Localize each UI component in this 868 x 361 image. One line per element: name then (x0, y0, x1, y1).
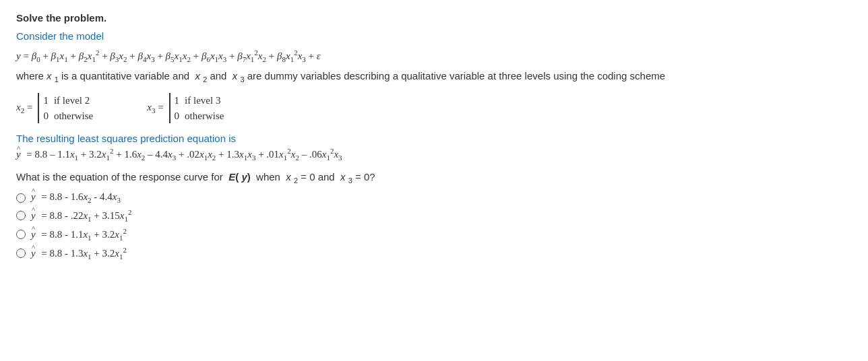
option-b-text: y^ = 8.8 - .22x1 + 3.15x12 (31, 208, 131, 223)
x3-val1: 1 (175, 93, 180, 108)
radio-d[interactable] (16, 249, 26, 258)
x2-cond1: if level 2 (54, 93, 90, 108)
option-a[interactable]: y^ = 8.8 - 1.6x2 - 4.4x3 (16, 191, 852, 204)
option-d-text: y^ = 8.8 - 1.3x1 + 3.2x12 (31, 246, 127, 261)
consider-model-text: Consider the model (16, 30, 852, 42)
x3-label: x3 = (147, 102, 163, 114)
option-a-text: y^ = 8.8 - 1.6x2 - 4.4x3 (31, 191, 121, 204)
radio-a[interactable] (16, 193, 26, 203)
option-d[interactable]: y^ = 8.8 - 1.3x1 + 3.2x12 (16, 246, 852, 261)
x2-brace: 1 if level 2 0 otherwise (38, 93, 93, 123)
x3-val2: 0 (175, 108, 180, 124)
x3-cond2: otherwise (185, 108, 224, 124)
ls-label: The resulting least squares prediction e… (16, 133, 852, 144)
option-b[interactable]: y^ = 8.8 - .22x1 + 3.15x12 (16, 208, 852, 223)
question-text: What is the equation of the response cur… (16, 171, 852, 185)
option-c[interactable]: y^ = 8.8 - 1.1x1 + 3.2x12 (16, 227, 852, 242)
x2-val2: 0 (43, 108, 49, 124)
radio-c[interactable] (16, 230, 26, 239)
x2-val1: 1 (43, 93, 49, 108)
x2-label: x2 = (16, 102, 32, 114)
options-list: y^ = 8.8 - 1.6x2 - 4.4x3 y^ = 8.8 - .22x… (16, 191, 852, 261)
where-description: where x 1 is a quantitative variable and… (16, 70, 852, 84)
option-c-text: y^ = 8.8 - 1.1x1 + 3.2x12 (31, 227, 127, 242)
x3-cond1: if level 3 (185, 93, 220, 108)
radio-b[interactable] (16, 211, 26, 220)
x3-brace: 1 if level 3 0 otherwise (169, 93, 224, 123)
coding-x2: x2 = 1 if level 2 0 otherwise (16, 93, 93, 123)
x2-cond2: otherwise (54, 108, 93, 124)
coding-x3: x3 = 1 if level 3 0 otherwise (147, 93, 224, 123)
solve-title: Solve the problem. (16, 12, 852, 24)
coding-section: x2 = 1 if level 2 0 otherwise x3 = 1 if … (16, 93, 852, 123)
main-equation: y = β0 + β1x1 + β2x12 + β3x2 + β4x3 + β5… (16, 48, 852, 63)
ls-equation: y^ = 8.8 – 1.1x1 + 3.2x12 + 1.6x2 – 4.4x… (16, 147, 852, 162)
